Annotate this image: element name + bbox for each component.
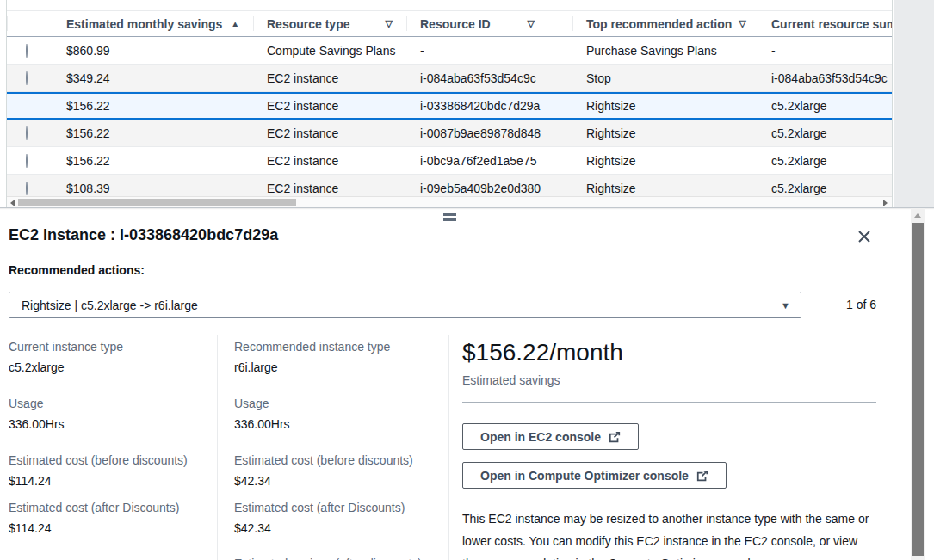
cell-summary: i-084aba63f53d54c9c [758, 71, 892, 85]
cell-resource-type: EC2 instance [253, 99, 406, 113]
cell-savings: $860.99 [53, 44, 253, 58]
cell-summary: c5.2xlarge [758, 154, 892, 168]
row-radio-button[interactable] [26, 71, 28, 85]
cell-action: Rightsize [572, 99, 758, 113]
column-label: Resource ID [420, 17, 491, 31]
sort-ascending-icon[interactable]: ▲ [231, 19, 239, 28]
cell-summary: c5.2xlarge [758, 182, 892, 195]
field-label: Estimated cost (before discounts) [9, 452, 208, 469]
cell-resource-type: Compute Savings Plans [253, 44, 406, 58]
row-radio-button[interactable] [26, 154, 28, 168]
cell-resource-id: - [406, 44, 572, 58]
field-label: Current instance type [9, 338, 208, 355]
close-icon[interactable] [856, 228, 873, 245]
row-radio-button[interactable] [26, 44, 28, 58]
column-label: Estimated monthly savings [66, 17, 222, 31]
column-header-top-recommended-action[interactable]: Top recommended action ▽ [572, 11, 758, 36]
table-row[interactable]: $860.99 Compute Savings Plans - Purchase… [7, 37, 892, 65]
selected-action-value: Rightsize | c5.2xlarge -> r6i.large [22, 298, 198, 312]
column-label: Resource type [267, 17, 349, 31]
vertical-scrollbar[interactable] [911, 208, 925, 560]
table-top-strip [7, 0, 892, 11]
external-link-icon [696, 470, 708, 482]
cell-savings: $156.22 [53, 154, 253, 168]
field-value: $42.34 [234, 520, 439, 537]
cell-savings: $108.39 [53, 182, 253, 195]
field-value: $114.24 [9, 520, 208, 537]
scroll-left-arrow-icon[interactable] [10, 200, 15, 206]
horizontal-scrollbar[interactable] [7, 196, 893, 207]
cell-summary: - [758, 44, 892, 58]
cell-resource-type: EC2 instance [253, 154, 406, 168]
recommended-action-select[interactable]: Rightsize | c5.2xlarge -> r6i.large ▼ [9, 292, 801, 318]
divider [462, 402, 876, 403]
estimated-savings-caption: Estimated savings [462, 372, 876, 389]
table-row[interactable]: $156.22 EC2 instance i-0bc9a76f2ed1a5e75… [7, 147, 892, 175]
panel-title: EC2 instance : i-033868420bdc7d29a [9, 226, 278, 244]
table-row[interactable]: $349.24 EC2 instance i-084aba63f53d54c9c… [7, 65, 892, 92]
row-radio-button[interactable] [26, 182, 28, 195]
column-header-current-resource-summary[interactable]: Current resource summary [758, 11, 892, 36]
cost-optimization-hub-page: Estimated monthly savings ▲ Resource typ… [0, 0, 934, 560]
field-value: $114.24 [9, 472, 208, 489]
horizontal-scrollbar-thumb[interactable] [18, 199, 296, 206]
cell-savings: $349.24 [53, 71, 253, 85]
row-radio-button[interactable] [26, 126, 28, 140]
cell-resource-id: i-033868420bdc7d29a [406, 99, 572, 113]
filter-icon[interactable]: ▽ [528, 18, 535, 29]
field-label: Estimated cost (before discounts) [234, 452, 439, 469]
field-value: c5.2xlarge [9, 359, 208, 376]
cell-action: Rightsize [572, 126, 758, 140]
recommended-instance-column: Recommended instance type r6i.large Usag… [234, 338, 439, 560]
select-column-header [7, 11, 53, 36]
external-link-icon [609, 431, 621, 443]
table-row[interactable]: $156.22 EC2 instance i-0087b9ae89878d848… [7, 120, 892, 147]
field-value: 336.00Hrs [234, 415, 439, 433]
chevron-down-icon: ▼ [781, 300, 790, 311]
split-panel: EC2 instance : i-033868420bdc7d29a Recom… [0, 207, 934, 560]
cell-summary: c5.2xlarge [758, 99, 892, 113]
recommendations-table: Estimated monthly savings ▲ Resource typ… [6, 0, 893, 207]
cell-resource-id: i-0bc9a76f2ed1a5e75 [406, 154, 572, 168]
cell-summary: c5.2xlarge [758, 126, 892, 140]
cell-savings: $156.22 [53, 126, 253, 140]
field-value: r6i.large [234, 359, 439, 376]
table-row-selected[interactable]: $156.22 EC2 instance i-033868420bdc7d29a… [7, 92, 892, 120]
scroll-up-arrow-icon[interactable] [914, 213, 921, 218]
cell-action: Stop [572, 71, 758, 85]
open-in-compute-optimizer-console-button[interactable]: Open in Compute Optimizer console [462, 462, 727, 489]
column-header-estimated-monthly-savings[interactable]: Estimated monthly savings ▲ [53, 11, 253, 36]
cell-action: Purchase Savings Plans [572, 44, 758, 58]
filter-icon[interactable]: ▽ [386, 18, 393, 29]
column-label: Current resource summary [771, 17, 892, 31]
field-label: Usage [9, 395, 208, 412]
column-header-resource-type[interactable]: Resource type ▽ [253, 11, 406, 36]
page-background-gutter [894, 0, 934, 207]
cell-resource-id: i-084aba63f53d54c9c [406, 71, 572, 85]
vertical-scrollbar-thumb[interactable] [912, 223, 924, 556]
cell-resource-id: i-0087b9ae89878d848 [406, 126, 572, 140]
cell-resource-type: EC2 instance [253, 126, 406, 140]
estimated-savings-amount: $156.22/month [462, 338, 876, 367]
pagination-indicator: 1 of 6 [846, 298, 876, 311]
recommendation-description: This EC2 instance may be resized to anot… [462, 508, 877, 560]
open-in-ec2-console-button[interactable]: Open in EC2 console [462, 423, 639, 450]
cell-savings: $156.22 [53, 99, 253, 113]
button-label: Open in EC2 console [480, 430, 601, 444]
split-panel-resize-handle-icon[interactable] [443, 213, 456, 224]
cell-action: Rightsize [572, 154, 758, 168]
filter-icon[interactable]: ▽ [739, 18, 745, 29]
field-label: Estimated cost (after Discounts) [234, 499, 439, 516]
cell-resource-id: i-09eb5a409b2e0d380 [406, 182, 572, 195]
field-value: $42.34 [234, 472, 439, 489]
field-label: Recommended instance type [234, 338, 439, 355]
column-header-resource-id[interactable]: Resource ID ▽ [406, 11, 572, 36]
cell-resource-type: EC2 instance [253, 71, 406, 85]
savings-summary-column: $156.22/month Estimated savings Open in … [462, 338, 876, 560]
field-label: Usage [234, 395, 439, 412]
scroll-right-arrow-icon[interactable] [883, 200, 888, 206]
recommended-actions-label: Recommended actions: [9, 263, 145, 277]
cell-resource-type: EC2 instance [253, 182, 406, 195]
field-value: 336.00Hrs [9, 415, 208, 433]
cell-action: Rightsize [572, 182, 758, 195]
